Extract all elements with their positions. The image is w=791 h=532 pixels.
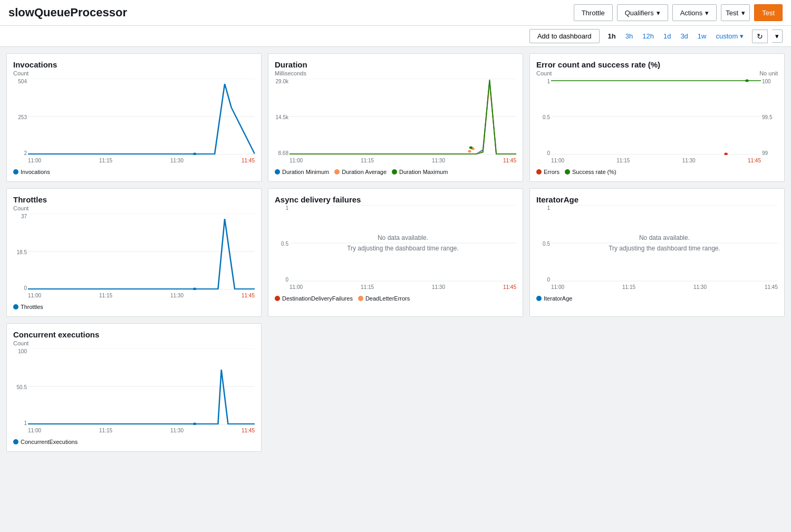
iterator-age-label: IteratorAge: [544, 295, 572, 302]
destination-failures-label: DestinationDeliveryFailures: [282, 295, 353, 302]
sub-bar: Add to dashboard 1h 3h 12h 1d 3d 1w cust…: [0, 26, 791, 47]
duration-legend: Duration Minimum Duration Average Durati…: [275, 169, 516, 175]
svg-point-29: [193, 423, 196, 425]
throttles-widget: Throttles Count 37 18.5 0 11:00 1: [6, 188, 262, 317]
throttles-y-axis: 37 18.5 0: [13, 214, 27, 291]
invocations-legend-label: Invocations: [21, 169, 50, 175]
legend-item-iterator-age: IteratorAge: [536, 295, 572, 302]
concurrent-executions-label: ConcurrentExecutions: [21, 439, 78, 445]
test-button[interactable]: Test: [754, 4, 783, 21]
iterator-age-widget: IteratorAge 1 0.5 0 No data available. T…: [529, 188, 785, 317]
legend-item-duration-avg: Duration Average: [334, 169, 387, 175]
deadletter-errors-label: DeadLetterErrors: [365, 295, 410, 302]
iterator-age-x-labels: 11:00 11:15 11:30 11:45: [551, 283, 778, 290]
iterator-age-title: IteratorAge: [536, 195, 778, 204]
concurrent-executions-legend: ConcurrentExecutions: [13, 439, 255, 445]
svg-point-3: [193, 153, 196, 156]
invocations-widget: Invocations Count 504 253 2 11:0: [6, 53, 262, 182]
throttles-label: Throttles: [21, 304, 43, 310]
throttles-dot: [13, 304, 18, 309]
duration-title: Duration: [275, 60, 516, 69]
duration-avg-label: Duration Average: [342, 169, 387, 175]
legend-item-deadletter-errors: DeadLetterErrors: [358, 295, 410, 302]
legend-item-duration-min: Duration Minimum: [275, 169, 329, 175]
deadletter-errors-dot: [358, 296, 363, 301]
time-btn-3d[interactable]: 3d: [676, 30, 692, 42]
chevron-down-icon: ▾: [741, 9, 745, 17]
qualifier-selector[interactable]: Test ▾: [721, 4, 750, 21]
invocations-chart: 11:00 11:15 11:30 11:45: [28, 79, 255, 155]
top-bar: slowQueueProcessor Throttle Qualifiers ▾…: [0, 0, 791, 26]
duration-y-axis: 29.0k 14.5k 8.68: [275, 79, 288, 156]
iterator-age-no-data: No data available. Try adjusting the das…: [551, 205, 778, 282]
refresh-dropdown-button[interactable]: ▾: [772, 30, 783, 43]
error-count-y-axis-left: 1 0.5 0: [536, 79, 550, 156]
error-count-title: Error count and success rate (%): [536, 60, 778, 69]
async-delivery-x-labels: 11:00 11:15 11:30 11:45: [290, 283, 516, 290]
time-btn-1h[interactable]: 1h: [604, 30, 620, 42]
add-to-dashboard-button[interactable]: Add to dashboard: [529, 29, 600, 43]
concurrent-executions-unit: Count: [13, 340, 255, 346]
invocations-title: Invocations: [13, 60, 255, 69]
svg-point-14: [745, 80, 749, 82]
invocations-x-labels: 11:00 11:15 11:30 11:45: [28, 157, 255, 163]
throttles-x-labels: 11:00 11:15 11:30 11:45: [28, 292, 255, 298]
concurrent-executions-y-axis: 100 50.5 1: [13, 349, 27, 426]
error-count-unit-right: No unit: [759, 70, 778, 76]
time-btn-12h[interactable]: 12h: [638, 30, 658, 42]
legend-item-invocations: Invocations: [13, 169, 50, 175]
legend-item-duration-max: Duration Maximum: [392, 169, 448, 175]
error-count-x-labels: 11:00 11:15 11:30 11:45: [551, 157, 761, 163]
duration-widget: Duration Milliseconds 29.0k 14.5k 8.68: [268, 53, 523, 182]
page-title: slowQueueProcessor: [8, 6, 574, 20]
async-delivery-chart: No data available. Try adjusting the das…: [290, 205, 516, 282]
legend-item-destination-failures: DestinationDeliveryFailures: [275, 295, 353, 302]
async-delivery-y-axis: 1 0.5 0: [275, 205, 288, 283]
time-btn-1w[interactable]: 1w: [693, 30, 711, 42]
invocations-unit: Count: [13, 70, 255, 76]
throttles-unit: Count: [13, 205, 255, 211]
duration-avg-dot: [334, 169, 340, 175]
error-count-chart: 11:00 11:15 11:30 11:45: [551, 79, 761, 155]
time-btn-1d[interactable]: 1d: [659, 30, 675, 42]
throttle-button[interactable]: Throttle: [574, 4, 613, 21]
refresh-button[interactable]: ↻: [752, 30, 768, 43]
qualifiers-button[interactable]: Qualifiers ▾: [617, 4, 668, 21]
concurrent-executions-dot: [13, 439, 18, 444]
chevron-down-icon: ▾: [705, 9, 709, 17]
success-rate-label: Success rate (%): [572, 169, 616, 175]
dashboard-grid: Invocations Count 504 253 2 11:0: [0, 47, 791, 458]
throttles-legend: Throttles: [13, 304, 255, 310]
concurrent-executions-title: Concurrent executions: [13, 330, 255, 339]
error-count-y-axis-right: 100 99.5 99: [762, 79, 778, 156]
invocations-legend-dot: [13, 169, 18, 175]
time-btn-3h[interactable]: 3h: [621, 30, 637, 42]
error-count-legend: Errors Success rate (%): [536, 169, 778, 175]
legend-item-success-rate: Success rate (%): [565, 169, 616, 175]
error-count-widget: Error count and success rate (%) Count N…: [529, 53, 785, 182]
throttles-title: Throttles: [13, 195, 255, 204]
top-actions: Throttle Qualifiers ▾ Actions ▾ Test ▾ T…: [574, 4, 783, 21]
iterator-age-dot: [536, 296, 542, 301]
legend-item-concurrent-executions: ConcurrentExecutions: [13, 439, 78, 445]
duration-chart: 11:00 11:15 11:30 11:45: [290, 79, 516, 155]
svg-point-19: [193, 288, 196, 291]
legend-item-errors: Errors: [536, 169, 560, 175]
error-count-unit-left: Count: [536, 70, 552, 76]
duration-min-label: Duration Minimum: [282, 169, 329, 175]
actions-button[interactable]: Actions ▾: [672, 4, 717, 21]
duration-max-label: Duration Maximum: [399, 169, 448, 175]
async-delivery-title: Async delivery failures: [275, 195, 516, 204]
duration-x-labels: 11:00 11:15 11:30 11:45: [290, 157, 516, 163]
invocations-y-axis: 504 253 2: [13, 79, 27, 156]
time-btn-custom[interactable]: custom ▾: [711, 30, 748, 42]
time-range-buttons: 1h 3h 12h 1d 3d 1w custom ▾: [604, 30, 748, 42]
iterator-age-legend: IteratorAge: [536, 295, 778, 302]
svg-point-7: [468, 150, 471, 153]
async-delivery-legend: DestinationDeliveryFailures DeadLetterEr…: [275, 295, 516, 302]
success-rate-dot: [565, 169, 570, 175]
async-delivery-widget: Async delivery failures 1 0.5 0 No data …: [268, 188, 523, 317]
iterator-age-y-axis: 1 0.5 0: [536, 205, 550, 283]
async-delivery-no-data: No data available. Try adjusting the das…: [290, 205, 516, 282]
throttles-chart: 11:00 11:15 11:30 11:45: [28, 214, 255, 290]
